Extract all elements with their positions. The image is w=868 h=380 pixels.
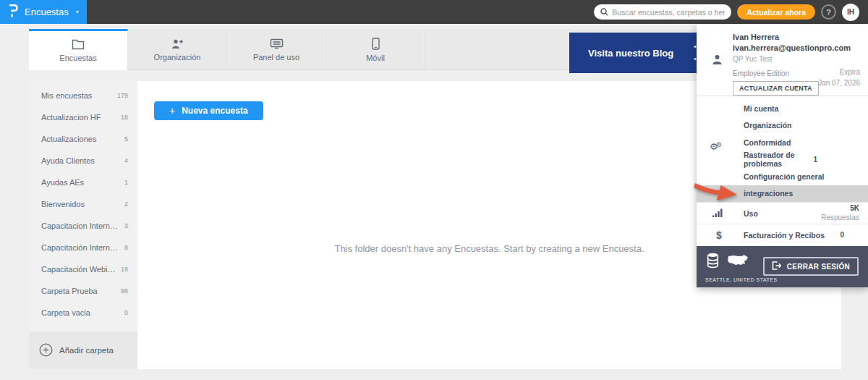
account-dropdown: Ivan Herrera ivan.herrera@questionpro.co…: [697, 24, 868, 287]
chevron-down-icon: ▾: [76, 9, 79, 15]
folder-label: Mis encuestas: [41, 91, 92, 100]
sidebar-item-mis-encuestas[interactable]: Mis encuestas178: [29, 85, 137, 106]
folder-label: Ayudas AEs: [41, 178, 84, 187]
usage-value: 5K Respuestas: [821, 204, 859, 222]
folder-icon: [72, 39, 85, 50]
sidebar-item-actualizacion-hf[interactable]: Actualizacion HF18: [29, 106, 137, 128]
product-switcher[interactable]: Encuestas ▾: [0, 0, 87, 24]
issue-count-badge: 1: [813, 156, 817, 164]
usa-map-icon: [727, 254, 749, 271]
account-header: Ivan Herrera ivan.herrera@questionpro.co…: [697, 24, 868, 96]
bar-chart-icon: [712, 207, 724, 220]
gears-icon: ⚙⚙: [710, 141, 722, 152]
new-survey-button[interactable]: + Nueva encuesta: [154, 101, 263, 120]
sidebar-item-demo-movil-app[interactable]: Demo Movil App1: [29, 324, 137, 332]
tab-panel-de-uso[interactable]: Panel de uso: [227, 29, 326, 70]
search-input[interactable]: [612, 8, 725, 17]
menu-label: Configuración general: [744, 172, 824, 181]
folder-count: 98: [121, 287, 128, 295]
folder-label: Actualizacion HF: [41, 113, 101, 122]
folder-count: 178: [117, 92, 128, 99]
plus-circle-icon: [39, 343, 53, 358]
menu-item-mi-cuenta[interactable]: Mi cuenta: [697, 100, 868, 117]
folder-count: 5: [124, 135, 128, 143]
mobile-icon: [372, 38, 380, 50]
usage-label: Uso: [744, 209, 758, 218]
tab-encuestas[interactable]: Encuestas: [29, 29, 128, 70]
topbar-actions: Actualizar ahora ? IH: [594, 4, 868, 21]
menu-item-facturacion[interactable]: $ Facturación y Recibos 0: [697, 224, 868, 245]
server-location: SEATTLE, UNITED STATES: [705, 277, 778, 282]
menu-label: Mi cuenta: [744, 104, 778, 113]
add-folder-button[interactable]: Añadir carpeta: [29, 332, 137, 369]
folder-label: Capacitacion Intern…: [41, 221, 118, 230]
menu-label: integraciones: [744, 189, 793, 198]
logout-icon: [772, 261, 782, 271]
menu-item-conformidad[interactable]: Conformidad: [697, 134, 868, 151]
folder-count: 18: [121, 114, 128, 121]
logout-button[interactable]: CERRAR SESIÓN: [763, 257, 859, 276]
sidebar-item-capacitacion-intern-2[interactable]: Capacitación Intern…8: [29, 237, 137, 258]
menu-item-rastreador-de-problemas[interactable]: Rastreador de problemas1: [697, 151, 868, 169]
sidebar-item-capacitacion-webi[interactable]: Capacitación Webi…19: [29, 258, 137, 280]
billing-value: 0: [840, 231, 844, 239]
folder-count: 8: [124, 244, 128, 251]
license-expiry: Expira Jan 07, 2026: [818, 67, 860, 88]
usage-unit: Respuestas: [821, 214, 859, 223]
tab-organizacion[interactable]: Organización: [128, 29, 227, 70]
sidebar-item-carpeta-prueba[interactable]: Carpeta Prueba98: [29, 280, 137, 302]
logout-label: CERRAR SESIÓN: [787, 263, 850, 271]
expiry-date: Jan 07, 2026: [818, 78, 860, 89]
folder-count: 4: [124, 157, 128, 164]
menu-label: Conformidad: [744, 138, 791, 147]
folder-count: 2: [124, 200, 128, 208]
folder-label: Capacitación Intern…: [41, 243, 118, 252]
menu-item-organizacion[interactable]: Organización: [697, 117, 868, 135]
product-label: Encuestas: [25, 7, 69, 17]
tab-label: Encuestas: [59, 54, 96, 62]
sidebar-item-bienvenidos[interactable]: Bienvenidos2: [29, 193, 137, 215]
dollar-icon: $: [716, 229, 722, 241]
folder-label: Capacitación Webi…: [41, 265, 116, 274]
menu-item-uso[interactable]: Uso 5K Respuestas: [697, 202, 868, 224]
sidebar-item-capacitacion-intern-1[interactable]: Capacitacion Intern…3: [29, 215, 137, 237]
account-org: QP Yuc Test: [733, 55, 851, 63]
upgrade-account-button[interactable]: ACTUALIZAR CUENTA: [733, 81, 819, 96]
tab-label: Móvil: [366, 54, 385, 62]
questionpro-logo-icon: [8, 4, 19, 20]
folder-count: 19: [121, 266, 128, 273]
search-box[interactable]: [594, 4, 731, 20]
plus-icon: +: [169, 105, 175, 117]
sidebar-item-actualizaciones[interactable]: Actualizaciones5: [29, 128, 137, 150]
dashboard-icon: [270, 38, 284, 49]
upgrade-now-button[interactable]: Actualizar ahora: [737, 4, 815, 20]
folder-label: Ayuda Clientes: [41, 156, 95, 165]
tab-label: Organización: [154, 53, 201, 62]
add-folder-label: Añadir carpeta: [59, 346, 114, 355]
avatar[interactable]: IH: [842, 4, 859, 21]
usage-count: 5K: [821, 204, 859, 214]
sidebar-item-carpeta-vacia[interactable]: Carpeta vacia0: [29, 302, 137, 324]
folder-count: 3: [124, 222, 128, 229]
user-icon: [712, 54, 723, 68]
people-icon: [171, 38, 184, 49]
menu-label: Organización: [744, 121, 792, 130]
menu-label: Rastreador de problemas: [744, 151, 813, 168]
settings-menu: ⚙⚙ Mi cuenta Organización Conformidad Ra…: [697, 96, 868, 202]
tab-label: Panel de uso: [253, 53, 299, 62]
sidebar-item-ayuda-clientes[interactable]: Ayuda Clientes4: [29, 150, 137, 172]
account-footer: SEATTLE, UNITED STATES CERRAR SESIÓN: [697, 246, 868, 287]
database-icon: [707, 253, 719, 271]
folder-label: Carpeta Prueba: [41, 287, 98, 295]
menu-item-configuracion-general[interactable]: Configuración general: [697, 168, 868, 185]
expiry-label: Expira: [818, 67, 860, 78]
folder-label: Carpeta vacia: [41, 308, 90, 317]
billing-label: Facturación y Recibos: [744, 231, 825, 240]
account-email: ivan.herrera@questionpro.com: [733, 43, 851, 54]
folder-label: Actualizaciones: [41, 135, 96, 143]
menu-item-integraciones[interactable]: integraciones: [697, 185, 868, 203]
sidebar-item-ayudas-aes[interactable]: Ayudas AEs1: [29, 172, 137, 193]
tab-movil[interactable]: Móvil: [326, 29, 425, 70]
top-bar: Encuestas ▾ Actualizar ahora ? IH: [0, 0, 868, 24]
help-button[interactable]: ?: [821, 4, 836, 20]
